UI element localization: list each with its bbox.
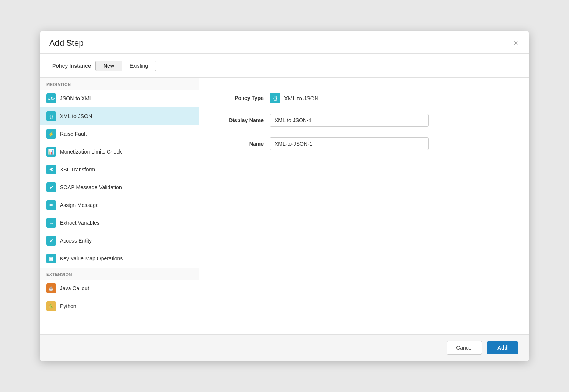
policy-type-display: {} XML to JSON: [270, 93, 319, 103]
assign-message-icon: ✏: [46, 200, 56, 210]
list-item-label: JSON to XML: [60, 95, 92, 101]
dialog-header: Add Step ×: [40, 31, 529, 54]
list-item-python[interactable]: 🐍 Python: [40, 297, 199, 315]
toggle-new-button[interactable]: New: [96, 61, 122, 71]
list-item-xsl-transform[interactable]: ⟲ XSL Transform: [40, 161, 199, 179]
right-panel: Policy Type {} XML to JSON Display Name …: [199, 78, 529, 334]
list-item-label: Extract Variables: [60, 220, 100, 226]
list-item-label: Raise Fault: [60, 131, 87, 137]
list-item-label: SOAP Message Validation: [60, 184, 122, 190]
list-item-assign-message[interactable]: ✏ Assign Message: [40, 196, 199, 214]
dialog-title: Add Step: [49, 38, 84, 48]
add-button[interactable]: Add: [487, 341, 518, 354]
extract-variables-icon: →: [46, 218, 56, 228]
dialog-body: MEDIATION </> JSON to XML {} XML to JSON…: [40, 77, 529, 334]
list-item-monetization-limits-check[interactable]: 📊 Monetization Limits Check: [40, 143, 199, 161]
cancel-button[interactable]: Cancel: [447, 341, 482, 355]
list-item-xml-to-json[interactable]: {} XML to JSON: [40, 107, 199, 125]
close-button[interactable]: ×: [512, 39, 520, 47]
list-item-label: XSL Transform: [60, 166, 95, 173]
display-name-label: Display Name: [218, 117, 264, 123]
json-to-xml-icon: </>: [46, 93, 56, 103]
access-entity-icon: ✔: [46, 236, 56, 246]
list-item-access-entity[interactable]: ✔ Access Entity: [40, 232, 199, 250]
list-item-soap-message-validation[interactable]: ✔ SOAP Message Validation: [40, 179, 199, 196]
kvm-icon: ▦: [46, 254, 56, 263]
left-panel: MEDIATION </> JSON to XML {} XML to JSON…: [40, 78, 199, 334]
section-extension-header: EXTENSION: [40, 268, 199, 280]
list-item-label: Assign Message: [60, 202, 99, 208]
policy-instance-label: Policy Instance: [52, 63, 91, 69]
list-item-label: Python: [60, 303, 77, 309]
java-callout-icon: ☕: [46, 283, 56, 293]
add-step-dialog: Add Step × Policy Instance New Existing …: [40, 31, 529, 361]
policy-type-value: XML to JSON: [284, 95, 319, 101]
dialog-footer: Cancel Add: [40, 334, 529, 361]
list-item-label: XML to JSON: [60, 113, 92, 119]
policy-type-icon: {}: [270, 93, 280, 103]
list-item-label: Access Entity: [60, 238, 92, 244]
xsl-transform-icon: ⟲: [46, 165, 56, 174]
list-item-raise-fault[interactable]: ⚡ Raise Fault: [40, 125, 199, 143]
list-item-key-value-map-operations[interactable]: ▦ Key Value Map Operations: [40, 250, 199, 268]
list-item-json-to-xml[interactable]: </> JSON to XML: [40, 90, 199, 107]
name-input[interactable]: [270, 137, 429, 150]
display-name-row: Display Name: [218, 114, 510, 127]
section-mediation-header: MEDIATION: [40, 78, 199, 90]
policy-instance-toggle-group: New Existing: [95, 61, 156, 71]
list-item-label: Key Value Map Operations: [60, 255, 123, 261]
policy-type-label: Policy Type: [218, 95, 264, 101]
list-item-label: Monetization Limits Check: [60, 149, 122, 155]
soap-validation-icon: ✔: [46, 182, 56, 192]
name-row: Name: [218, 137, 510, 150]
xml-to-json-icon: {}: [46, 111, 56, 121]
policy-type-row: Policy Type {} XML to JSON: [218, 93, 510, 103]
list-item-label: Java Callout: [60, 285, 89, 291]
toggle-existing-button[interactable]: Existing: [122, 61, 156, 71]
name-label: Name: [218, 141, 264, 147]
raise-fault-icon: ⚡: [46, 129, 56, 139]
monetization-icon: 📊: [46, 147, 56, 157]
display-name-input[interactable]: [270, 114, 429, 127]
list-item-java-callout[interactable]: ☕ Java Callout: [40, 280, 199, 297]
python-icon: 🐍: [46, 301, 56, 311]
policy-instance-bar: Policy Instance New Existing: [40, 54, 529, 77]
list-item-extract-variables[interactable]: → Extract Variables: [40, 214, 199, 232]
